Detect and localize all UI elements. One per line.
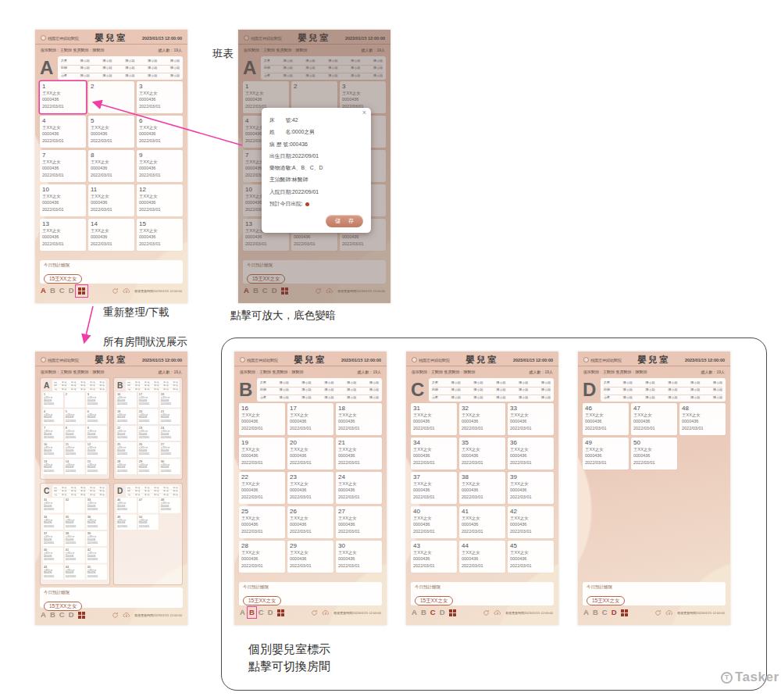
bed-card[interactable]: 25王XX之女00004362022/03/01 xyxy=(116,442,137,458)
bed-card[interactable]: 34王XX之女00004362022/03/01 xyxy=(42,514,63,530)
bed-card[interactable]: 35王XX之女00004362022/03/01 xyxy=(459,438,505,470)
bed-card[interactable]: 46王XX之女00004362022/03/01 xyxy=(583,403,629,435)
bed-card[interactable]: 42王XX之女00004362022/03/01 xyxy=(86,548,107,563)
bed-card[interactable]: 46王XX之女00004362022/03/01 xyxy=(116,498,137,513)
bed-card[interactable]: 20王XX之女00004362022/03/01 xyxy=(287,438,333,470)
bed-card[interactable]: 4王XX之女00004362022/03/01 xyxy=(40,116,86,148)
bed-card[interactable]: 21王XX之女00004362022/03/01 xyxy=(159,409,180,424)
room-tab-a[interactable]: A xyxy=(583,609,589,616)
refresh-icon[interactable] xyxy=(483,609,490,616)
bed-card[interactable]: 25王XX之女00004362022/03/01 xyxy=(239,506,285,538)
bed-card[interactable]: 14王XX之女00004362022/03/01 xyxy=(64,459,85,474)
room-tab-a[interactable]: A xyxy=(41,287,46,295)
save-button[interactable]: 儲 存 xyxy=(326,215,363,227)
bed-card[interactable]: 9王XX之女00004362022/03/01 xyxy=(137,150,183,182)
bed-card[interactable]: 31王XX之女00004362022/03/01 xyxy=(411,403,457,435)
bed-card[interactable]: 49王XX之女00004362022/03/01 xyxy=(583,438,629,470)
bed-card[interactable]: 7王XX之女00004362022/03/01 xyxy=(40,150,86,182)
bed-card[interactable]: 12王XX之女00004362022/03/01 xyxy=(137,184,183,216)
bed-card[interactable]: 31王XX之女00004362022/03/01 xyxy=(42,498,63,513)
bed-card[interactable]: 43王XX之女00004362022/03/01 xyxy=(42,564,63,580)
bed-card[interactable]: 40王XX之女00004362022/03/01 xyxy=(42,548,63,563)
bed-card[interactable]: 26王XX之女00004362022/03/01 xyxy=(137,442,159,458)
refresh-icon[interactable] xyxy=(112,288,119,295)
bed-card[interactable]: 47王XX之女00004362022/03/01 xyxy=(631,403,677,435)
room-tab-a[interactable]: A xyxy=(41,611,46,619)
bed-card[interactable]: 6王XX之女00004362022/03/01 xyxy=(137,116,183,148)
all-rooms-grid-icon[interactable] xyxy=(621,609,628,616)
bed-card[interactable]: 23王XX之女00004362022/03/01 xyxy=(287,472,333,504)
bed-card[interactable]: 48王XX之女00004362022/03/01 xyxy=(679,403,726,435)
room-tab-a[interactable]: A xyxy=(412,609,417,616)
bed-card[interactable]: 27王XX之女00004362022/03/01 xyxy=(159,442,180,458)
bed-card[interactable]: 27王XX之女00004362022/03/01 xyxy=(336,506,382,538)
bed-card[interactable]: 22王XX之女00004362022/03/01 xyxy=(116,426,137,441)
bed-card[interactable]: 19王XX之女00004362022/03/01 xyxy=(116,409,137,424)
bed-card[interactable]: 11王XX之女00004362022/03/01 xyxy=(88,184,134,216)
bed-card[interactable]: 41王XX之女00004362022/03/01 xyxy=(64,548,85,563)
bed-card[interactable]: 43王XX之女00004362022/03/01 xyxy=(411,541,457,573)
bed-card[interactable]: 10王XX之女00004362022/03/01 xyxy=(40,184,86,216)
bed-card[interactable]: 33王XX之女00004362022/03/01 xyxy=(508,403,554,435)
bed-card[interactable]: 32 xyxy=(64,498,85,513)
bed-card[interactable]: 29王XX之女00004362022/03/01 xyxy=(287,541,333,573)
bed-card[interactable]: 7王XX之女00004362022/03/01 xyxy=(42,426,63,441)
refresh-icon[interactable] xyxy=(654,609,662,616)
bed-card[interactable]: 39王XX之女00004362022/03/01 xyxy=(508,472,554,504)
bed-card[interactable]: 36王XX之女00004362022/03/01 xyxy=(86,514,107,530)
bed-card[interactable]: 48王XX之女00004362022/03/01 xyxy=(159,498,180,513)
bed-card[interactable]: 26王XX之女00004362022/03/01 xyxy=(287,506,333,538)
download-icon[interactable] xyxy=(322,609,330,616)
bed-card[interactable]: 10王XX之女00004362022/03/01 xyxy=(42,442,63,458)
room-tab-b[interactable]: B xyxy=(50,611,55,619)
bed-card[interactable]: 24王XX之女00004362022/03/01 xyxy=(336,472,382,504)
bed-card[interactable]: 23王XX之女00004362022/03/01 xyxy=(137,426,159,441)
bed-card[interactable]: 18王XX之女00004362022/03/01 xyxy=(336,403,382,435)
bed-card[interactable]: 9王XX之女00004362022/03/01 xyxy=(86,426,107,441)
bed-card[interactable]: 45王XX之女00004362022/03/01 xyxy=(508,541,554,573)
all-rooms-grid-icon[interactable] xyxy=(449,609,456,616)
download-icon[interactable] xyxy=(665,609,673,616)
bed-card[interactable]: 13王XX之女00004362022/03/01 xyxy=(40,219,86,251)
bed-card[interactable]: 6王XX之女00004362022/03/01 xyxy=(86,409,107,424)
bed-card[interactable]: 17王XX之女00004362022/03/01 xyxy=(287,403,333,435)
bed-card[interactable]: 32王XX之女00004362022/03/01 xyxy=(459,403,505,435)
room-quadrant-b[interactable]: B大夜陳小姐陳小姐陳小姐陳小姐陳小姐白班陳小姐陳小姐陳小姐陳小姐陳小姐小夜陳小姐… xyxy=(113,377,184,480)
bed-card[interactable]: 38王XX之女00004362022/03/01 xyxy=(64,531,85,547)
bed-card[interactable]: 37王XX之女00004362022/03/01 xyxy=(411,472,457,504)
bed-card[interactable]: 47 xyxy=(137,498,159,513)
room-tab-d[interactable]: D xyxy=(440,609,445,616)
bed-card[interactable]: 11王XX之女00004362022/03/01 xyxy=(64,442,85,458)
bed-card[interactable]: 16王XX之女00004362022/03/01 xyxy=(239,403,285,435)
bed-card[interactable]: 30王XX之女00004362022/03/01 xyxy=(159,459,180,474)
bed-card[interactable]: 30王XX之女00004362022/03/01 xyxy=(336,541,382,573)
bed-card[interactable]: 8王XX之女00004362022/03/01 xyxy=(64,426,85,441)
bed-card[interactable]: 36王XX之女00004362022/03/01 xyxy=(508,438,554,470)
bed-card[interactable]: 28王XX之女00004362022/03/01 xyxy=(116,459,137,474)
all-rooms-grid-icon[interactable] xyxy=(78,288,85,295)
bed-card[interactable]: 2 xyxy=(88,81,134,113)
bed-card[interactable]: 42王XX之女00004362022/03/01 xyxy=(508,506,554,538)
discharge-radio[interactable] xyxy=(305,202,309,206)
room-tab-b[interactable]: B xyxy=(50,287,55,295)
bed-card[interactable]: 1王XX之女00004362022/03/01 xyxy=(40,81,86,113)
bed-card[interactable]: 44王XX之女00004362022/03/01 xyxy=(64,564,85,580)
all-rooms-grid-icon[interactable] xyxy=(78,612,85,619)
bed-card[interactable]: 50王XX之女00004362022/03/01 xyxy=(137,514,159,530)
bed-card[interactable]: 14王XX之女00004362022/03/01 xyxy=(88,219,134,251)
refresh-icon[interactable] xyxy=(112,612,119,619)
bed-card[interactable]: 5王XX之女00004362022/03/01 xyxy=(88,116,134,148)
bed-card[interactable]: 34王XX之女00004362022/03/01 xyxy=(411,438,457,470)
room-tab-c[interactable]: C xyxy=(602,609,608,616)
bed-card[interactable]: 39王XX之女00004362022/03/01 xyxy=(86,531,107,547)
bed-card[interactable]: 3王XX之女00004362022/03/01 xyxy=(137,81,183,113)
all-rooms-grid-icon[interactable] xyxy=(277,609,284,616)
bed-card[interactable]: 38王XX之女00004362022/03/01 xyxy=(459,472,505,504)
bed-card[interactable]: 8王XX之女00004362022/03/01 xyxy=(88,150,134,182)
room-tab-d[interactable]: D xyxy=(69,611,74,619)
popup-close-icon[interactable]: × xyxy=(362,109,366,116)
bed-card[interactable]: 35王XX之女00004362022/03/01 xyxy=(64,514,85,530)
bed-card[interactable]: 17王XX之女00004362022/03/01 xyxy=(137,392,159,408)
bed-card[interactable]: 41王XX之女00004362022/03/01 xyxy=(459,506,505,538)
bed-card[interactable]: 16王XX之女00004362022/03/01 xyxy=(116,392,137,408)
